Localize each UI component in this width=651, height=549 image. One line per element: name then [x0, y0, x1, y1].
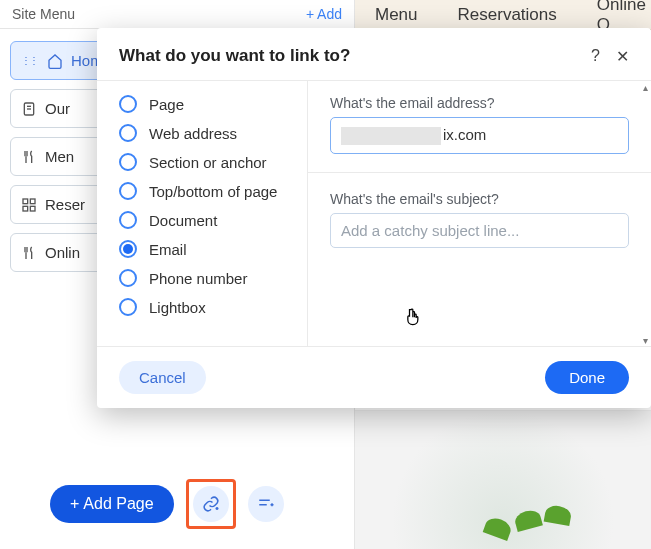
drag-handle-icon[interactable]: ⋮⋮ [21, 55, 37, 66]
modal-body: Page Web address Section or anchor Top/b… [97, 80, 651, 347]
highlighted-link-tool [186, 479, 236, 529]
email-subject-input[interactable]: Add a catchy subject line... [330, 213, 629, 248]
cancel-button[interactable]: Cancel [119, 361, 206, 394]
form-divider [308, 172, 651, 173]
radio-icon [119, 124, 137, 142]
link-type-label: Phone number [149, 270, 247, 287]
link-type-label: Section or anchor [149, 154, 267, 171]
link-type-list: Page Web address Section or anchor Top/b… [97, 81, 307, 346]
radio-icon [119, 182, 137, 200]
link-type-label: Email [149, 241, 187, 258]
link-type-label: Top/bottom of page [149, 183, 277, 200]
svg-rect-4 [30, 199, 35, 204]
modal-scrollbar[interactable]: ▴ ▾ [639, 81, 651, 346]
site-menu-header: Site Menu + Add [0, 0, 354, 29]
site-menu-title: Site Menu [12, 6, 75, 22]
nav-item-reservations[interactable]: Reservations [458, 5, 557, 25]
section-plus-icon [257, 495, 275, 513]
link-type-label: Web address [149, 125, 237, 142]
link-type-document[interactable]: Document [119, 211, 307, 229]
radio-icon [119, 269, 137, 287]
link-plus-icon [202, 495, 220, 513]
grid-icon [21, 197, 37, 213]
close-icon[interactable]: ✕ [616, 47, 629, 66]
link-type-label: Page [149, 96, 184, 113]
plus-icon: + [70, 495, 79, 513]
radio-icon [119, 153, 137, 171]
scroll-down-icon[interactable]: ▾ [639, 334, 651, 346]
svg-rect-6 [30, 206, 35, 211]
radio-icon [119, 95, 137, 113]
email-value-suffix: ix.com [443, 126, 486, 143]
link-type-label: Document [149, 212, 217, 229]
add-section-tool-button[interactable] [248, 486, 284, 522]
link-type-web-address[interactable]: Web address [119, 124, 307, 142]
modal-title: What do you want to link to? [119, 46, 350, 66]
menu-icon [21, 245, 37, 261]
page-label: Men [45, 148, 74, 165]
link-type-page[interactable]: Page [119, 95, 307, 113]
add-link-tool-button[interactable] [193, 486, 229, 522]
page-label: Our [45, 100, 70, 117]
modal-footer: Cancel Done [97, 347, 651, 408]
done-button[interactable]: Done [545, 361, 629, 394]
plus-icon: + [306, 6, 314, 22]
link-type-email[interactable]: Email [119, 240, 307, 258]
hero-image [355, 410, 651, 549]
link-form: What's the email address? ix.com What's … [307, 81, 651, 346]
add-menu-item[interactable]: + Add [306, 6, 342, 22]
link-type-section[interactable]: Section or anchor [119, 153, 307, 171]
svg-rect-3 [23, 199, 28, 204]
link-type-phone[interactable]: Phone number [119, 269, 307, 287]
email-address-input[interactable]: ix.com [330, 117, 629, 154]
nav-item-menu[interactable]: Menu [375, 5, 418, 25]
page-label: Reser [45, 196, 85, 213]
radio-icon [119, 211, 137, 229]
home-icon [47, 53, 63, 69]
radio-icon [119, 240, 137, 258]
redacted-text [341, 127, 441, 145]
email-subject-label: What's the email's subject? [330, 191, 629, 207]
bottom-toolbar: + Add Page [0, 459, 355, 549]
add-page-label: Add Page [83, 495, 153, 513]
scroll-up-icon[interactable]: ▴ [639, 81, 651, 93]
site-nav-strip: Menu Reservations Online O [355, 0, 651, 30]
email-address-label: What's the email address? [330, 95, 629, 111]
radio-icon [119, 298, 137, 316]
modal-header: What do you want to link to? ? ✕ [97, 28, 651, 80]
add-page-button[interactable]: + Add Page [50, 485, 174, 523]
link-to-modal: What do you want to link to? ? ✕ Page We… [97, 28, 651, 408]
page-icon [21, 101, 37, 117]
svg-rect-5 [23, 206, 28, 211]
link-type-top-bottom[interactable]: Top/bottom of page [119, 182, 307, 200]
menu-icon [21, 149, 37, 165]
add-label: Add [317, 6, 342, 22]
pointer-cursor-icon [402, 307, 422, 329]
link-type-lightbox[interactable]: Lightbox [119, 298, 307, 316]
page-label: Onlin [45, 244, 80, 261]
help-icon[interactable]: ? [591, 47, 600, 66]
link-type-label: Lightbox [149, 299, 206, 316]
